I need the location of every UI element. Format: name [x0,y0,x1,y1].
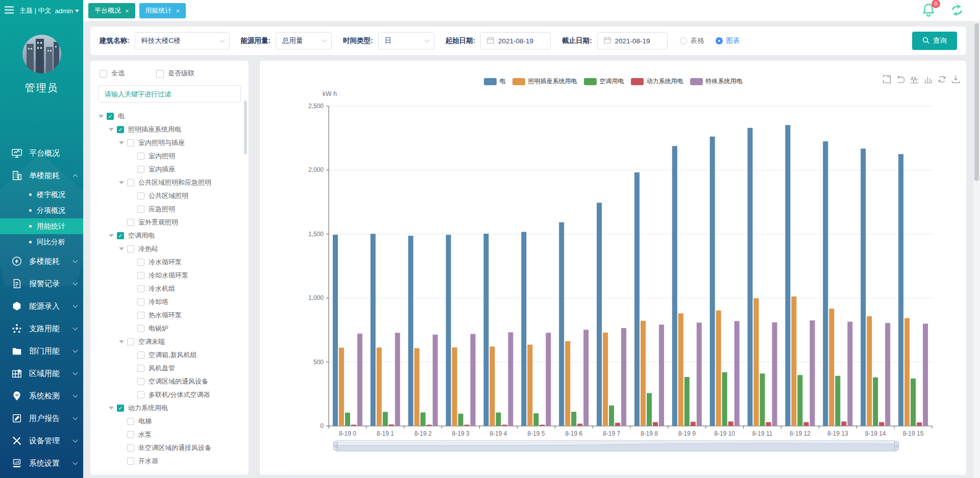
sidebar-item-user-report[interactable]: 用户报告 [0,407,83,430]
tree-node-label[interactable]: 公共区域照明和应急照明 [138,178,211,187]
tree-node[interactable]: 空调用电 [93,229,249,242]
start-date-input[interactable]: 2021-08-19 [480,32,551,49]
tree-node[interactable]: 室内照明与插座 [93,136,249,149]
expand-arrow-icon[interactable] [119,181,124,184]
sidebar-item-alarm-records[interactable]: 报警记录 [0,272,83,295]
tree-node[interactable]: 水泵 [93,428,249,441]
tree-node-label[interactable]: 电 [118,112,125,121]
tree-checkbox[interactable] [137,365,144,372]
sidebar-item-device-management[interactable]: 设备管理 [0,430,83,452]
tree-node-label[interactable]: 多联机/分体式空调器 [149,390,210,399]
switch-bar-icon[interactable] [924,75,933,85]
theme-language-switcher[interactable]: 主题 | 中文 [19,6,52,15]
tree-node-label[interactable]: 开水器 [138,457,158,466]
tree-node-label[interactable]: 公共区域照明 [149,191,188,200]
tree-node[interactable]: 风机盘管 [93,362,249,375]
tree-node[interactable]: 动力系统用电 [93,401,249,415]
building-select[interactable]: 科技大楼C楼 [135,32,230,49]
tree-checkbox[interactable] [107,113,114,120]
tree-checkbox[interactable] [127,458,134,465]
user-menu[interactable]: admin [55,7,79,15]
tree-checkbox[interactable] [137,272,144,279]
tree-checkbox[interactable] [137,166,144,173]
expand-arrow-icon[interactable] [119,141,124,144]
save-image-icon[interactable] [951,75,960,85]
tree-node-label[interactable]: 冷热站 [138,244,158,254]
tree-node[interactable]: 照明插座系统用电 [93,123,249,136]
tree-checkbox[interactable] [127,431,134,438]
restore-icon[interactable] [938,75,946,85]
zoom-reset-icon[interactable] [896,75,905,85]
sidebar-item-multi-building[interactable]: 多楼能耗 [0,250,83,272]
page-scrollbar[interactable] [973,21,980,478]
tree-node-label[interactable]: 室内照明与插座 [138,138,185,147]
tree-node[interactable]: 冷却水循环泵 [93,269,249,282]
datazoom-right-handle[interactable] [894,442,899,450]
expand-arrow-icon[interactable] [99,115,104,118]
tab-close-icon[interactable]: × [176,7,180,15]
tree-checkbox[interactable] [137,192,144,199]
tree-checkbox[interactable] [127,219,134,226]
page-scrollbar-thumb[interactable] [974,23,979,181]
tree-node-label[interactable]: 空调用电 [128,231,155,240]
tree-node-label[interactable]: 冷水机组 [149,284,175,293]
tree-node[interactable]: 冷热站 [93,242,249,256]
tree-checkbox[interactable] [117,232,124,239]
sidebar-item-department-energy[interactable]: 部门用能 [0,340,83,362]
expand-arrow-icon[interactable] [109,234,114,237]
tree-node-label[interactable]: 室外景观照明 [138,218,178,227]
tree-node[interactable]: 冷水循环泵 [93,256,249,269]
time-type-select[interactable]: 日 [378,32,434,49]
sidebar-subitem-energy-statistics[interactable]: 用能统计 [0,218,83,234]
tree-node-label[interactable]: 风机盘管 [149,364,175,373]
tree-node-label[interactable]: 动力系统用电 [128,404,168,413]
tree-node[interactable]: 冷水机组 [93,282,249,295]
tree-node-label[interactable]: 电锅炉 [149,324,168,333]
tree-node[interactable]: 室外景观照明 [93,216,249,229]
tree-node[interactable]: 非空调区域的通排风设备 [93,441,249,455]
avatar[interactable] [22,35,61,73]
legend-item[interactable]: 空调用电 [584,77,624,86]
legend-item[interactable]: 动力系统用电 [631,77,683,86]
refresh-sync-button[interactable] [949,4,965,18]
tree-checkbox[interactable] [127,245,134,253]
tree-node-label[interactable]: 空调箱,新风机组 [149,350,197,360]
notifications-button[interactable]: 0 [922,3,935,19]
legend-item[interactable]: 照明插座系统用电 [512,77,577,86]
tree-node[interactable]: 室内照明 [93,149,249,163]
tree-node-label[interactable]: 水泵 [138,430,152,439]
tree-node-label[interactable]: 冷却水循环泵 [149,271,188,280]
sidebar-item-energy-entry[interactable]: 能源录入 [0,295,83,317]
cascade-checkbox[interactable] [156,70,164,78]
tree-node-label[interactable]: 冷水循环泵 [149,258,182,267]
tab-close-icon[interactable]: × [125,7,129,15]
tree-node-label[interactable]: 应急照明 [149,205,175,214]
tree-scrollbar-thumb[interactable] [244,100,247,154]
tree-checkbox[interactable] [137,391,144,398]
tab-energy-statistics[interactable]: 用能统计× [139,3,186,18]
tree-node[interactable]: 开水器 [93,455,249,468]
tree-checkbox[interactable] [137,153,144,160]
tree-checkbox[interactable] [127,338,134,345]
expand-arrow-icon[interactable] [119,340,124,343]
area-zoom-icon[interactable] [883,75,891,85]
tree-node[interactable]: 多联机/分体式空调器 [93,388,249,401]
tree-node[interactable]: 电锅炉 [93,322,249,335]
tree-checkbox[interactable] [137,285,144,292]
tree-checkbox[interactable] [137,378,144,385]
tree-checkbox[interactable] [127,444,134,451]
tree-node[interactable]: 电梯 [93,415,249,428]
tree-checkbox[interactable] [127,179,134,186]
tree-node[interactable]: 空调区域的通风设备 [93,375,249,388]
query-button[interactable]: 查询 [912,32,957,50]
datazoom-slider[interactable] [335,440,897,451]
energy-select[interactable]: 总用量 [276,32,332,49]
sidebar-subitem-yoy-analysis[interactable]: 同比分析 [0,234,83,250]
radio-table[interactable]: 表格 [680,36,704,45]
sidebar-item-system-detection[interactable]: 系统检测 [0,385,83,407]
tree-node[interactable]: 冷却塔 [93,295,249,309]
sidebar-item-system-settings[interactable]: 系统设置 [0,452,83,474]
expand-arrow-icon[interactable] [119,247,124,250]
tree-node-label[interactable]: 照明插座系统用电 [128,125,181,134]
sidebar-item-single-building[interactable]: 单楼能耗 [0,164,83,187]
